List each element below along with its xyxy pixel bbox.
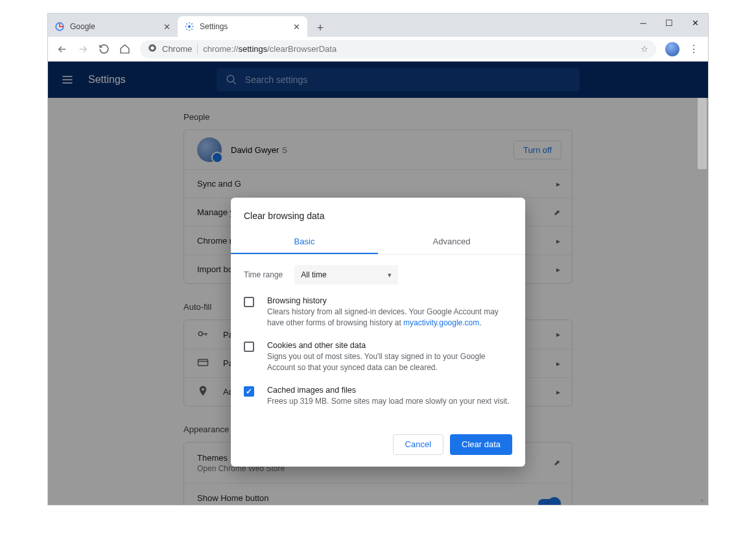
profile-avatar[interactable]	[665, 42, 679, 56]
svg-point-1	[188, 25, 191, 28]
close-window-button[interactable]: ✕	[682, 14, 708, 32]
url-text: chrome://settings/clearBrowserData	[203, 44, 337, 54]
checkbox-cache[interactable]	[244, 386, 254, 397]
check-desc: Clears history from all signed-in device…	[267, 307, 512, 329]
scroll-down-icon[interactable]: ▾	[698, 496, 707, 505]
tab-settings[interactable]: Settings ✕	[178, 16, 307, 37]
tab-google[interactable]: Google ✕	[48, 16, 178, 37]
close-tab-icon[interactable]: ✕	[292, 22, 301, 31]
close-tab-icon[interactable]: ✕	[162, 22, 171, 31]
chrome-icon	[148, 43, 157, 54]
content-area: Settings People David Gwyer S Turn off	[48, 62, 708, 505]
google-favicon-icon	[54, 21, 65, 32]
checkbox-history[interactable]	[244, 297, 254, 307]
check-title: Browsing history	[267, 296, 512, 305]
new-tab-button[interactable]: +	[311, 19, 329, 37]
window-controls: ─ ☐ ✕	[630, 14, 708, 32]
check-cookies: Cookies and other site data Signs you ou…	[244, 341, 512, 374]
back-button[interactable]	[53, 40, 71, 58]
tab-basic[interactable]: Basic	[231, 230, 378, 254]
cancel-button[interactable]: Cancel	[393, 434, 443, 455]
checkbox-cookies[interactable]	[244, 342, 254, 352]
check-cache: Cached images and files Frees up 319 MB.…	[244, 386, 512, 407]
settings-favicon-icon	[184, 21, 195, 32]
dialog-tabs: Basic Advanced	[231, 230, 525, 255]
dialog-footer: Cancel Clear data	[231, 434, 525, 467]
maximize-button[interactable]: ☐	[656, 14, 682, 32]
check-title: Cached images and files	[267, 386, 509, 395]
bookmark-star-icon[interactable]: ☆	[641, 44, 648, 54]
check-title: Cookies and other site data	[267, 341, 512, 350]
divider	[197, 44, 198, 54]
time-range-row: Time range All time	[244, 265, 512, 285]
clear-data-button[interactable]: Clear data	[450, 434, 512, 455]
time-range-select[interactable]: All time	[294, 265, 398, 285]
toolbar: Chrome chrome://settings/clearBrowserDat…	[48, 37, 708, 62]
time-range-label: Time range	[244, 270, 283, 279]
clear-browsing-data-dialog: Clear browsing data Basic Advanced Time …	[231, 198, 525, 467]
check-desc: Signs you out of most sites. You'll stay…	[267, 351, 512, 374]
tab-title: Google	[70, 22, 162, 31]
title-bar: Google ✕ Settings ✕ + ─ ☐ ✕	[48, 14, 708, 37]
check-browsing-history: Browsing history Clears history from all…	[244, 296, 512, 329]
tab-title: Settings	[200, 22, 292, 31]
address-bar[interactable]: Chrome chrome://settings/clearBrowserDat…	[140, 40, 656, 58]
myactivity-link[interactable]: myactivity.google.com	[403, 318, 479, 327]
svg-point-3	[150, 46, 154, 49]
tab-advanced[interactable]: Advanced	[378, 230, 525, 254]
browser-window: Google ✕ Settings ✕ + ─ ☐ ✕	[47, 13, 709, 506]
dialog-title: Clear browsing data	[231, 198, 525, 230]
check-desc: Frees up 319 MB. Some sites may load mor…	[267, 396, 509, 407]
minimize-button[interactable]: ─	[630, 14, 656, 32]
forward-button[interactable]	[74, 40, 92, 58]
scrollbar-thumb[interactable]	[698, 98, 707, 169]
tab-strip: Google ✕ Settings ✕ +	[48, 14, 329, 37]
home-button[interactable]	[115, 40, 134, 58]
reload-button[interactable]	[95, 40, 113, 58]
omnibox-chip: Chrome	[162, 44, 192, 54]
menu-button[interactable]: ⋮	[685, 40, 703, 58]
